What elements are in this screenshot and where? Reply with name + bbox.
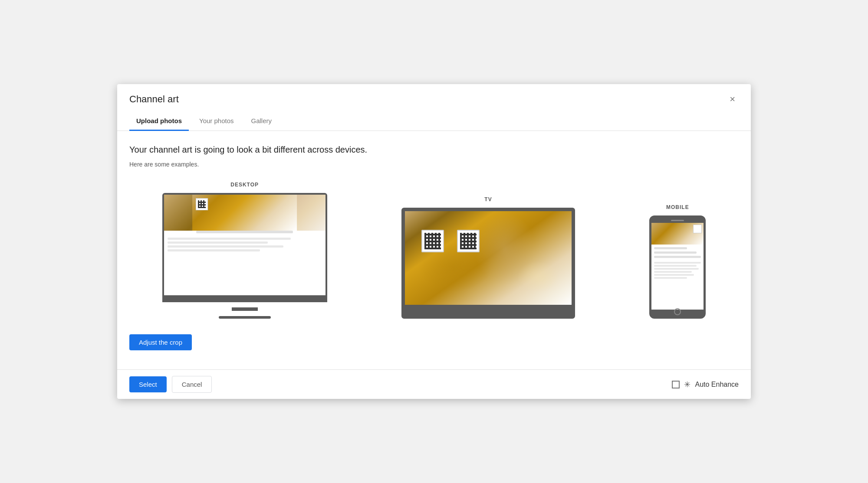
auto-enhance-checkbox[interactable]	[672, 381, 680, 388]
main-heading: Your channel art is going to look a bit …	[129, 145, 739, 155]
close-button[interactable]: ×	[726, 93, 739, 106]
mobile-block-5	[654, 274, 694, 276]
devices-preview-row: DESKTOP	[129, 182, 739, 319]
mobile-mockup	[649, 215, 706, 319]
tv-mockup	[401, 208, 575, 319]
mobile-screen	[651, 223, 704, 310]
mobile-block-2	[654, 265, 696, 267]
adjust-crop-row: Adjust the crop	[129, 334, 739, 359]
tv-stand	[477, 305, 499, 312]
desktop-text-line-3	[168, 245, 283, 248]
channel-art-dialog: Channel art × Upload photos Your photos …	[117, 84, 751, 399]
tv-foot	[462, 312, 514, 315]
desktop-banner-inner	[192, 195, 297, 231]
dialog-body: Your channel art is going to look a bit …	[117, 131, 751, 370]
auto-enhance-control: ✳ Auto Enhance	[672, 380, 739, 389]
sub-heading: Here are some examples.	[129, 161, 739, 168]
mobile-text-line-1	[654, 247, 687, 249]
tv-qr-2	[457, 230, 480, 252]
desktop-screen	[164, 195, 326, 296]
tv-device-col: TV	[401, 196, 575, 319]
desktop-label: DESKTOP	[230, 182, 259, 188]
mobile-block-1	[654, 262, 701, 264]
desktop-text-line-4	[168, 249, 260, 251]
mobile-qr-icon	[693, 225, 702, 233]
mobile-text-line-2	[654, 251, 696, 254]
desktop-stand	[232, 307, 258, 311]
mobile-text-block	[654, 262, 701, 279]
mobile-home-btn	[674, 308, 681, 315]
desktop-base	[164, 295, 326, 300]
mobile-block-3	[654, 268, 699, 270]
tv-overlay	[405, 211, 572, 305]
desktop-mockup	[162, 193, 327, 303]
desktop-text-lines	[164, 236, 326, 253]
tab-gallery[interactable]: Gallery	[244, 112, 279, 131]
desktop-banner	[164, 195, 326, 231]
auto-enhance-icon: ✳	[684, 380, 690, 389]
dialog-header: Channel art ×	[117, 84, 751, 106]
tv-label: TV	[484, 196, 492, 202]
desktop-device-col: DESKTOP	[162, 182, 327, 319]
desktop-qr-icon	[196, 198, 208, 210]
select-button[interactable]: Select	[129, 376, 167, 392]
desktop-text-line-1	[168, 238, 291, 240]
tv-screen	[405, 211, 572, 305]
mobile-block-4	[654, 271, 691, 273]
desktop-nav-bar	[196, 231, 293, 233]
mobile-device-col: MOBILE	[649, 204, 706, 319]
dialog-title: Channel art	[129, 94, 179, 105]
mobile-banner	[651, 223, 704, 245]
adjust-crop-button[interactable]: Adjust the crop	[129, 334, 192, 350]
mobile-top-bar	[651, 218, 704, 223]
tab-your-photos[interactable]: Your photos	[192, 112, 241, 131]
mobile-bottom-bar	[651, 310, 704, 314]
mobile-text-line-3	[654, 256, 701, 258]
footer-left: Select Cancel	[129, 376, 212, 393]
mobile-content	[651, 245, 704, 281]
mobile-speaker	[671, 220, 684, 221]
tv-qr-group	[421, 230, 480, 252]
tab-upload-photos[interactable]: Upload photos	[129, 112, 189, 131]
mobile-label: MOBILE	[666, 204, 689, 210]
desktop-text-line-2	[168, 242, 268, 244]
auto-enhance-label: Auto Enhance	[695, 381, 739, 388]
cancel-button[interactable]: Cancel	[172, 376, 212, 393]
dialog-footer: Select Cancel ✳ Auto Enhance	[117, 369, 751, 399]
mobile-block-6	[654, 277, 687, 279]
desktop-foot	[219, 316, 271, 319]
tabs-bar: Upload photos Your photos Gallery	[117, 112, 751, 131]
tv-qr-1	[421, 230, 444, 252]
